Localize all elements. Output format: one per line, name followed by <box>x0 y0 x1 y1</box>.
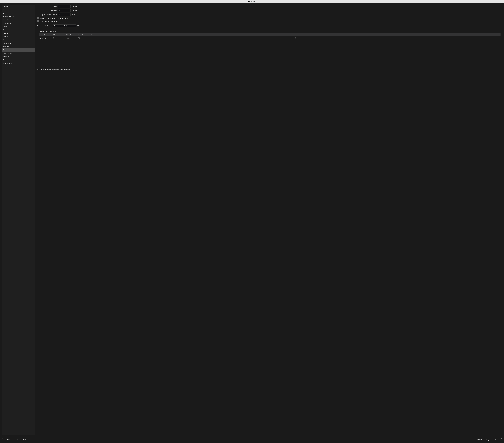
sidebar-item-color[interactable]: Color <box>2 25 35 28</box>
sidebar-item-trim[interactable]: Trim <box>2 58 35 61</box>
video-stream-cell <box>52 37 65 40</box>
footer-left: Help Reset... <box>2 438 32 441</box>
sidebar-item-audio[interactable]: Audio <box>2 12 35 15</box>
check-icon <box>37 18 39 19</box>
check-icon <box>53 38 54 39</box>
transmit-device-table: Device Name Video Stream Video Offset Au… <box>39 33 501 40</box>
postroll-label: Postroll: <box>37 10 57 12</box>
help-button[interactable]: Help <box>2 438 16 441</box>
th-video-offset: Video Offset <box>65 33 77 36</box>
check-icon <box>37 69 39 70</box>
video-offset-value: 0 <box>66 38 66 39</box>
th-settings: Settings <box>90 33 501 36</box>
offset-value[interactable]: 0 ms <box>83 25 86 27</box>
chevron-down-icon: ﹀ <box>74 25 75 27</box>
mercury-label: Enable Mercury Transmit <box>40 20 57 22</box>
step-label: Step forward/back many: <box>37 14 57 16</box>
pause-encoder-checkbox[interactable] <box>37 17 39 19</box>
gear-icon[interactable] <box>294 37 296 39</box>
table-row[interactable]: Adobe SRT 0ms <box>39 36 501 40</box>
postroll-input[interactable] <box>58 9 71 12</box>
audio-stream-checkbox[interactable] <box>78 37 80 39</box>
preferences-dialog: General Appearance Audio Audio Hardware … <box>0 3 504 443</box>
sidebar-item-control-surface[interactable]: Control Surface <box>2 28 35 32</box>
pause-encoder-label: Pause Media Encoder queue during playbac… <box>40 18 71 19</box>
step-input[interactable] <box>58 13 71 16</box>
primary-audio-label: Primary Audio Device: <box>37 25 52 27</box>
offset-label: Offset: <box>77 25 82 27</box>
sidebar-item-playback[interactable]: Playback <box>2 48 35 52</box>
table-header: Device Name Video Stream Video Offset Au… <box>39 33 501 36</box>
playback-panel: Preroll: seconds Postroll: seconds Step … <box>37 5 502 435</box>
step-unit: frames <box>72 14 76 16</box>
dialog-footer: Help Reset... Cancel OK <box>0 437 504 443</box>
sidebar-item-labels[interactable]: Labels <box>2 35 35 38</box>
sidebar-item-sync-settings[interactable]: Sync Settings <box>2 52 35 55</box>
disable-bg-row: Disable video output when in the backgro… <box>37 69 502 70</box>
audio-stream-cell <box>77 37 90 40</box>
ok-button[interactable]: OK <box>488 438 502 441</box>
pause-encoder-row: Pause Media Encoder queue during playbac… <box>37 17 502 19</box>
video-offset-cell[interactable]: 0ms <box>65 37 77 40</box>
sidebar-item-general[interactable]: General <box>2 5 35 8</box>
transmit-device-section: Transmit Device Playback: Device Name Vi… <box>37 29 502 67</box>
transmit-section-title: Transmit Device Playback: <box>39 31 501 32</box>
mercury-checkbox[interactable] <box>37 20 39 22</box>
disable-bg-label: Disable video output when in the backgro… <box>40 69 70 70</box>
primary-audio-row: Primary Audio Device: Adobe Desktop Audi… <box>37 24 502 27</box>
preroll-unit: seconds <box>72 6 77 7</box>
sidebar-item-appearance[interactable]: Appearance <box>2 8 35 12</box>
video-stream-checkbox[interactable] <box>53 37 54 39</box>
sidebar-item-media[interactable]: Media <box>2 38 35 41</box>
preroll-label: Preroll: <box>37 6 57 7</box>
preroll-row: Preroll: seconds <box>37 5 502 8</box>
disable-bg-checkbox[interactable] <box>37 69 39 70</box>
postroll-unit: seconds <box>72 10 77 12</box>
preroll-input[interactable] <box>58 5 71 8</box>
mercury-row: Enable Mercury Transmit <box>37 20 502 22</box>
sidebar-item-audio-hardware[interactable]: Audio Hardware <box>2 15 35 18</box>
sidebar-item-timeline[interactable]: Timeline <box>2 55 35 58</box>
footer-right: Cancel OK <box>472 438 502 441</box>
primary-audio-value: Adobe Desktop Audio <box>54 25 68 27</box>
check-icon <box>78 38 79 39</box>
sidebar-item-transcription[interactable]: Transcription <box>2 61 35 65</box>
th-video-stream: Video Stream <box>52 33 65 36</box>
device-name-cell: Adobe SRT <box>39 37 52 40</box>
sidebar-item-auto-save[interactable]: Auto Save <box>2 18 35 22</box>
check-icon <box>37 20 39 22</box>
category-sidebar: General Appearance Audio Audio Hardware … <box>2 5 35 435</box>
video-offset-unit: ms <box>67 38 69 39</box>
th-device-name: Device Name <box>39 33 52 36</box>
dialog-content: General Appearance Audio Audio Hardware … <box>0 3 504 437</box>
reset-button[interactable]: Reset... <box>17 438 32 441</box>
step-row: Step forward/back many: frames <box>37 13 502 16</box>
window-title: Preferences <box>0 0 504 3</box>
sidebar-item-graphics[interactable]: Graphics <box>2 32 35 35</box>
primary-audio-select[interactable]: Adobe Desktop Audio ﹀ <box>53 24 76 27</box>
cancel-button[interactable]: Cancel <box>472 438 487 441</box>
th-audio-stream: Audio Stream <box>77 33 90 36</box>
sidebar-item-collaboration[interactable]: Collaboration <box>2 22 35 25</box>
settings-cell <box>90 37 501 40</box>
sidebar-item-media-cache[interactable]: Media Cache <box>2 41 35 45</box>
postroll-row: Postroll: seconds <box>37 9 502 12</box>
sidebar-item-memory[interactable]: Memory <box>2 45 35 48</box>
